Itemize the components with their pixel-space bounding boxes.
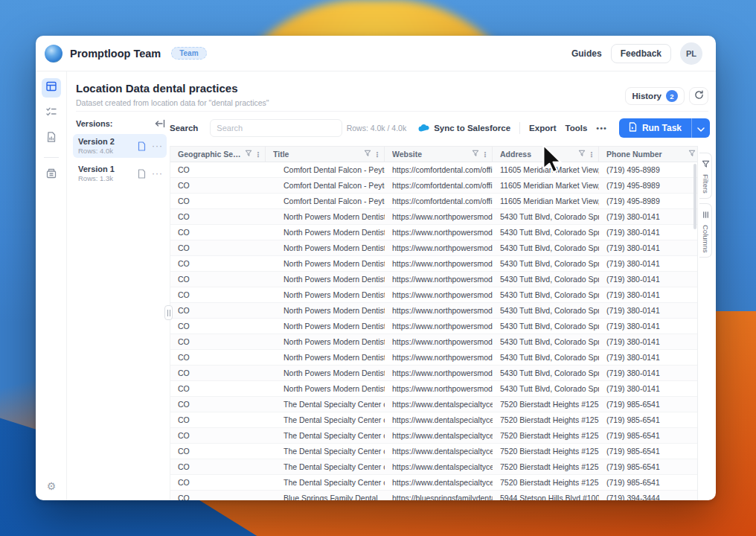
cell-title[interactable]: The Dental Specialty Center of... [266, 412, 385, 427]
cell-phone-number[interactable]: (719) 394-3444 [599, 491, 698, 500]
version-item-1[interactable]: Version 1 Rows: 1.3k ··· [73, 162, 167, 185]
cell-geographic-search[interactable]: CO [170, 491, 266, 500]
filter-icon[interactable] [472, 150, 479, 159]
cell-address[interactable]: 11605 Meridian Market View, P... [493, 162, 599, 177]
cell-title[interactable]: North Powers Modern Dentistry [266, 272, 385, 287]
toolbar-more-button[interactable]: ••• [596, 124, 607, 133]
cell-website[interactable]: https://www.northpowersmode... [385, 303, 493, 318]
cell-geographic-search[interactable]: CO [170, 334, 266, 349]
cell-address[interactable]: 5430 Tutt Blvd, Colorado Spri... [493, 209, 599, 224]
cell-title[interactable]: North Powers Modern Dentistry [266, 256, 385, 271]
settings-button[interactable]: ⚙ [36, 480, 67, 492]
cell-website[interactable]: https://www.northpowersmode... [385, 319, 493, 334]
cell-geographic-search[interactable]: CO [170, 475, 266, 490]
history-button[interactable]: History 2 [625, 87, 685, 105]
cell-geographic-search[interactable]: CO [170, 209, 266, 224]
cell-geographic-search[interactable]: CO [170, 459, 266, 474]
cell-geographic-search[interactable]: CO [170, 350, 266, 365]
tab-columns[interactable]: Columns [699, 203, 712, 258]
cell-geographic-search[interactable]: CO [170, 428, 266, 443]
cell-title[interactable]: The Dental Specialty Center of... [266, 444, 385, 459]
cell-website[interactable]: https://www.dentalspecialtyce... [385, 459, 493, 474]
cell-phone-number[interactable]: (719) 495-8989 [599, 178, 698, 193]
column-menu-icon[interactable]: ⋮ [481, 150, 489, 159]
cell-address[interactable]: 5430 Tutt Blvd, Colorado Spri... [493, 225, 599, 240]
cell-website[interactable]: https://www.dentalspecialtyce... [385, 397, 493, 412]
filter-icon[interactable] [578, 150, 586, 159]
cell-title[interactable]: North Powers Modern Dentistry [266, 366, 385, 380]
user-avatar[interactable]: PL [680, 42, 702, 65]
cell-geographic-search[interactable]: CO [170, 381, 266, 396]
cell-phone-number[interactable]: (719) 985-6541 [599, 459, 698, 474]
cell-website[interactable]: https://www.dentalspecialtyce... [385, 475, 493, 490]
cell-address[interactable]: 5430 Tutt Blvd, Colorado Spri... [493, 240, 599, 255]
cell-address[interactable]: 5430 Tutt Blvd, Colorado Spri... [493, 303, 599, 318]
cell-website[interactable]: https://www.northpowersmode... [385, 334, 493, 349]
table-row[interactable]: CO North Powers Modern Dentistry https:/… [170, 319, 697, 334]
filter-icon[interactable] [245, 150, 252, 159]
search-input[interactable] [210, 119, 342, 137]
cell-website[interactable]: https://comfortdental.com/offi... [385, 178, 493, 193]
cell-website[interactable]: https://www.northpowersmode... [385, 225, 493, 240]
cell-phone-number[interactable]: (719) 985-6541 [599, 444, 698, 459]
cell-website[interactable]: https://comfortdental.com/offi... [385, 162, 493, 177]
cell-title[interactable]: North Powers Modern Dentistry [266, 350, 385, 365]
table-row[interactable]: CO North Powers Modern Dentistry https:/… [170, 272, 697, 287]
table-row[interactable]: CO North Powers Modern Dentistry https:/… [170, 381, 697, 397]
cell-website[interactable]: https://www.northpowersmode... [385, 240, 493, 255]
table-row[interactable]: CO The Dental Specialty Center of... htt… [170, 397, 697, 412]
cell-title[interactable]: Comfort Dental Falcon - Peyton [266, 178, 385, 193]
filter-icon[interactable] [688, 150, 696, 159]
cell-phone-number[interactable]: (719) 380-0141 [599, 256, 698, 271]
feedback-button[interactable]: Feedback [611, 44, 671, 63]
cell-geographic-search[interactable]: CO [170, 178, 266, 193]
panel-resize-grip[interactable] [164, 305, 173, 320]
sidebar-item-report[interactable] [42, 129, 61, 148]
cell-phone-number[interactable]: (719) 495-8989 [599, 194, 698, 208]
sidebar-item-archive[interactable] [42, 165, 61, 185]
cell-website[interactable]: https://www.dentalspecialtyce... [385, 428, 493, 443]
cell-geographic-search[interactable]: CO [170, 225, 266, 240]
cell-address[interactable]: 7520 Bierstadt Heights #125, ... [493, 475, 599, 490]
cell-address[interactable]: 5430 Tutt Blvd, Colorado Spri... [493, 334, 599, 349]
table-row[interactable]: CO North Powers Modern Dentistry https:/… [170, 334, 697, 350]
cell-title[interactable]: North Powers Modern Dentistry [266, 287, 385, 302]
cell-address[interactable]: 7520 Bierstadt Heights #125, ... [493, 428, 599, 443]
cell-title[interactable]: Comfort Dental Falcon - Peyton [266, 194, 385, 208]
cell-phone-number[interactable]: (719) 380-0141 [599, 240, 698, 255]
cell-address[interactable]: 7520 Bierstadt Heights #125, ... [493, 397, 599, 412]
cell-address[interactable]: 5944 Stetson Hills Blvd #100, ... [493, 491, 599, 500]
cell-title[interactable]: North Powers Modern Dentistry [266, 209, 385, 224]
column-menu-icon[interactable]: ⋮ [588, 150, 595, 159]
column-header[interactable]: Title ⋮ [266, 147, 385, 162]
cell-website[interactable]: https://www.dentalspecialtyce... [385, 412, 493, 427]
cell-phone-number[interactable]: (719) 380-0141 [599, 381, 698, 396]
sync-to-salesforce-button[interactable]: Sync to Salesforce [418, 124, 510, 133]
run-task-button[interactable]: Run Task [619, 118, 692, 138]
cell-phone-number[interactable]: (719) 380-0141 [599, 272, 698, 287]
cell-title[interactable]: North Powers Modern Dentistry [266, 225, 385, 240]
table-row[interactable]: CO North Powers Modern Dentistry https:/… [170, 366, 697, 381]
cell-phone-number[interactable]: (719) 380-0141 [599, 350, 698, 365]
cell-geographic-search[interactable]: CO [170, 366, 266, 380]
column-menu-icon[interactable]: ⋮ [254, 150, 262, 159]
table-row[interactable]: CO Comfort Dental Falcon - Peyton https:… [170, 194, 697, 209]
table-row[interactable]: CO The Dental Specialty Center of... htt… [170, 459, 697, 475]
table-row[interactable]: CO The Dental Specialty Center of... htt… [170, 428, 697, 444]
cell-website[interactable]: https://www.northpowersmode... [385, 381, 493, 396]
cell-geographic-search[interactable]: CO [170, 256, 266, 271]
table-row[interactable]: CO North Powers Modern Dentistry https:/… [170, 209, 697, 225]
cell-phone-number[interactable]: (719) 985-6541 [599, 412, 698, 427]
table-row[interactable]: CO The Dental Specialty Center of... htt… [170, 412, 697, 428]
cell-geographic-search[interactable]: CO [170, 444, 266, 459]
cell-phone-number[interactable]: (719) 380-0141 [599, 303, 698, 318]
cell-geographic-search[interactable]: CO [170, 319, 266, 334]
sidebar-item-tasks[interactable] [42, 103, 61, 123]
cell-title[interactable]: North Powers Modern Dentistry [266, 381, 385, 396]
cell-phone-number[interactable]: (719) 380-0141 [599, 287, 698, 302]
table-row[interactable]: CO North Powers Modern Dentistry https:/… [170, 350, 697, 366]
table-row[interactable]: CO The Dental Specialty Center of... htt… [170, 444, 697, 459]
collapse-panel-icon[interactable] [155, 119, 165, 128]
cell-address[interactable]: 11605 Meridian Market View, P... [493, 178, 599, 193]
cell-geographic-search[interactable]: CO [170, 397, 266, 412]
